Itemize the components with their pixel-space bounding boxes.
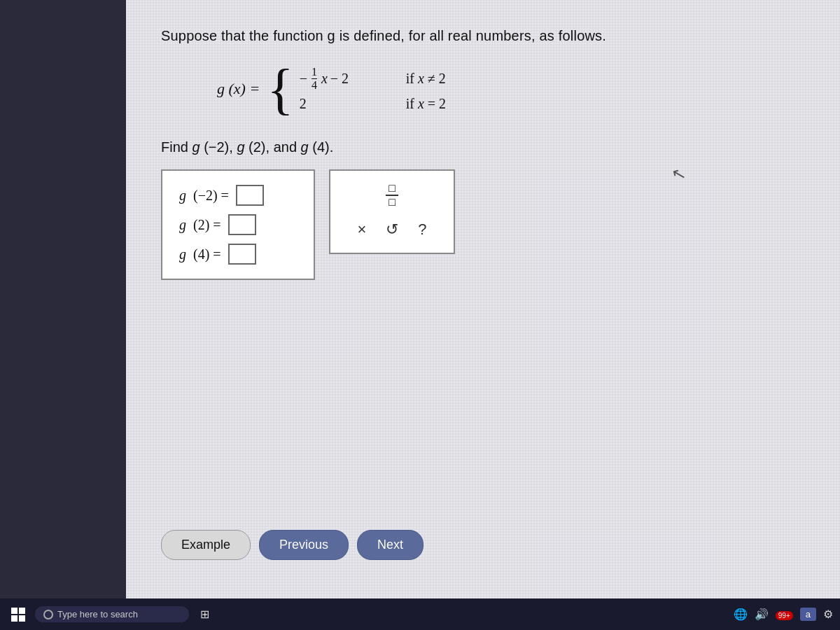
frac-icon-den: □ xyxy=(386,196,398,209)
answer-icons-row: × ↺ ? xyxy=(354,218,429,241)
function-label: g (x) = xyxy=(217,80,260,98)
speaker-icon[interactable]: 🔊 xyxy=(755,608,769,621)
case1-numerator: 1 xyxy=(312,66,317,78)
next-button[interactable]: Next xyxy=(357,530,424,560)
case1-condition: if x ≠ 2 xyxy=(406,71,476,87)
g-2-paren: (2) = xyxy=(193,217,221,233)
wifi-icon[interactable]: 🌐 xyxy=(734,608,748,621)
close-button[interactable]: × xyxy=(354,218,369,241)
taskview-icon[interactable]: ⊞ xyxy=(200,608,209,621)
g-neg2-label: g xyxy=(179,188,186,204)
g-4-input[interactable] xyxy=(228,244,256,265)
input-row-g-4: g (4) = xyxy=(179,244,297,265)
input-row-g-2: g (2) = xyxy=(179,214,297,235)
case2-row: 2 if x = 2 xyxy=(300,96,476,112)
badge-count: 99+ xyxy=(776,611,793,620)
case1-x: x xyxy=(321,71,328,87)
start-button[interactable] xyxy=(7,603,29,626)
previous-button[interactable]: Previous xyxy=(259,530,349,560)
notification-badge: 99+ xyxy=(776,608,793,621)
content-area: Suppose that the function g is defined, … xyxy=(161,28,770,280)
search-icon xyxy=(43,610,53,620)
case2-formula: 2 xyxy=(300,96,398,112)
case1-minus2: − 2 xyxy=(330,71,349,87)
input-row-g-neg2: g (−2) = xyxy=(179,185,297,206)
example-button[interactable]: Example xyxy=(161,530,251,560)
taskbar: Type here to search ⊞ 🌐 🔊 99+ a ⚙ xyxy=(0,598,840,630)
answer-panel: □ □ × ↺ ? xyxy=(329,169,455,254)
case2-condition: if x = 2 xyxy=(406,96,476,112)
case1-denominator: 4 xyxy=(312,79,317,92)
case1-formula: − 1 4 x − 2 xyxy=(300,66,398,91)
g-neg2-input[interactable] xyxy=(236,185,264,206)
brace-container: { − 1 4 x − 2 xyxy=(267,61,475,117)
case1-minus: − xyxy=(300,71,307,87)
find-instruction: Find g (−2), g (2), and g (4). xyxy=(161,139,770,155)
windows-icon xyxy=(11,608,25,622)
help-button[interactable]: ? xyxy=(415,218,429,241)
taskbar-extra-icon[interactable]: ⚙ xyxy=(823,608,833,621)
g-4-paren: (4) = xyxy=(193,246,221,262)
g-2-input[interactable] xyxy=(228,214,256,235)
anki-icon[interactable]: a xyxy=(800,608,816,621)
g-2-label: g xyxy=(179,217,186,233)
undo-button[interactable]: ↺ xyxy=(383,218,401,241)
g-4-label: g xyxy=(179,246,186,262)
function-definition: g (x) = { − 1 4 x xyxy=(217,61,770,117)
left-brace: { xyxy=(267,61,293,117)
problem-intro: Suppose that the function g is defined, … xyxy=(161,28,770,44)
taskbar-right: 🌐 🔊 99+ a ⚙ xyxy=(734,608,833,621)
frac-icon-num: □ xyxy=(386,182,398,196)
fraction-icon-btn[interactable]: □ □ xyxy=(386,182,398,208)
main-window: Suppose that the function g is defined, … xyxy=(126,0,840,598)
bottom-nav: Example Previous Next xyxy=(161,530,424,560)
piecewise-cases: − 1 4 x − 2 if x ≠ 2 xyxy=(300,61,476,117)
case1-fraction: 1 4 xyxy=(312,66,317,91)
inputs-section: g (−2) = g (2) = g (4) = xyxy=(161,169,770,280)
left-sidebar xyxy=(0,0,126,598)
search-text: Type here to search xyxy=(57,609,138,620)
case2-value: 2 xyxy=(300,96,307,112)
g-neg2-paren: (−2) = xyxy=(193,188,229,204)
input-column: g (−2) = g (2) = g (4) = xyxy=(161,169,315,280)
case1-row: − 1 4 x − 2 if x ≠ 2 xyxy=(300,66,476,91)
taskbar-search[interactable]: Type here to search xyxy=(35,606,189,622)
